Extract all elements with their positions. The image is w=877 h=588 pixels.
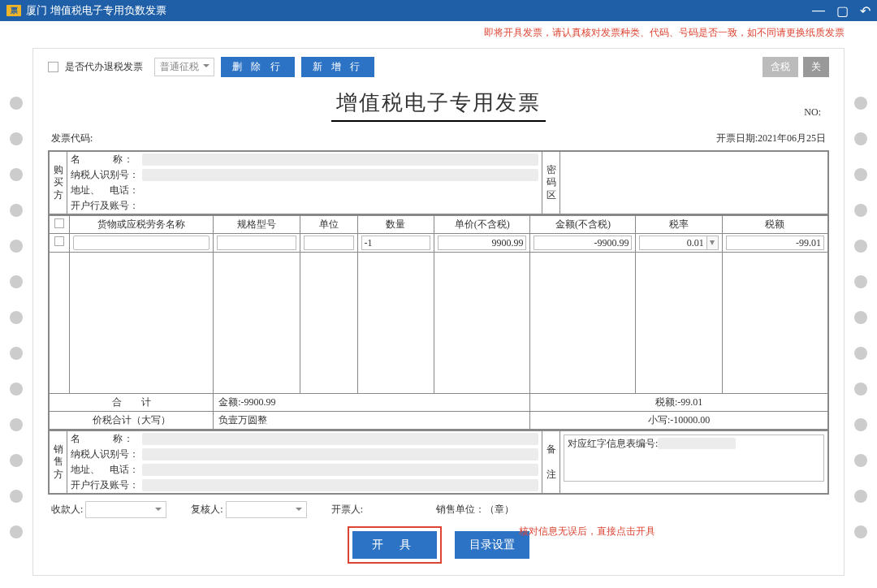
buyer-bank-label: 开户行及账号：: [71, 199, 142, 213]
invoice-paper: 是否代办退税发票 普通征税 删 除 行 新 增 行 含税 关 增值税电子专用发票…: [32, 48, 845, 576]
seller-bank-label: 开户行及账号：: [71, 478, 142, 492]
col-spec: 规格型号: [214, 216, 300, 234]
item-unit-input[interactable]: [304, 236, 354, 250]
item-name-input[interactable]: [73, 236, 210, 250]
issue-hint: 核对信息无误后，直接点击开具: [519, 525, 655, 538]
seller-stamp-label: 销售单位：（章）: [436, 503, 514, 517]
buyer-name-value[interactable]: [142, 153, 538, 166]
item-price-input[interactable]: 9900.99: [438, 236, 526, 250]
col-amount: 金额(不含税): [530, 216, 636, 234]
titlebar: 票 厦门 增值税电子专用负数发票 — ▢ ↶: [0, 0, 877, 21]
add-row-button[interactable]: 新 增 行: [301, 57, 375, 77]
item-tax-input[interactable]: -99.01: [726, 236, 824, 250]
item-qty-input[interactable]: -1: [361, 236, 431, 250]
buyer-taxid-value[interactable]: [142, 169, 538, 181]
payee-label: 收款人:: [51, 504, 83, 515]
tax-inclusive-button[interactable]: 含税: [763, 57, 798, 77]
seller-name-value[interactable]: [142, 433, 538, 445]
item-amount-input[interactable]: -9900.99: [534, 236, 632, 250]
item-row: -1 9900.99 -9900.99 0.01▾ -99.01: [50, 234, 828, 253]
buyer-section-label: 购买方: [50, 152, 67, 214]
issue-button[interactable]: 开 具: [352, 531, 437, 559]
rate-dropdown-icon[interactable]: ▾: [707, 236, 719, 250]
payee-select[interactable]: [85, 501, 166, 518]
seller-bank-value[interactable]: [142, 479, 538, 491]
select-all-checkbox[interactable]: [54, 218, 64, 228]
close-button[interactable]: 关: [803, 57, 829, 77]
app-window: 票 厦门 增值税电子专用负数发票 — ▢ ↶ 即将开具发票，请认真核对发票种类、…: [0, 0, 877, 588]
warning-banner: 即将开具发票，请认真核对发票种类、代码、号码是否一致，如不同请更换纸质发票: [0, 21, 877, 45]
minimize-icon[interactable]: —: [812, 3, 825, 19]
invoice-title: 增值税电子专用发票: [331, 89, 546, 122]
col-rate: 税率: [636, 216, 722, 234]
seller-section-label: 销售方: [50, 431, 67, 494]
item-rate-input[interactable]: 0.01: [639, 236, 706, 250]
invoice-date: 开票日期:2021年06月25日: [716, 132, 826, 145]
col-qty: 数量: [357, 216, 434, 234]
buyer-addr-value[interactable]: [142, 184, 538, 197]
col-name: 货物或应税劳务名称: [69, 216, 213, 234]
items-table: 货物或应税劳务名称 规格型号 单位 数量 单价(不含税) 金额(不含税) 税率 …: [48, 215, 829, 430]
password-section-label: 密码区: [542, 152, 560, 214]
note-textarea[interactable]: 对应红字信息表编号:: [564, 435, 824, 482]
invoice-code: 发票代码:: [51, 132, 93, 145]
total-cn-row: 价税合计（大写） 负壹万圆整 小写:-10000.00: [50, 412, 828, 430]
agent-refund-checkbox[interactable]: [48, 62, 58, 72]
signers-row: 收款人: 复核人: 开票人: 销售单位：（章）: [48, 495, 829, 518]
tax-mode-select[interactable]: 普通征税: [154, 58, 214, 76]
row-checkbox[interactable]: [54, 236, 64, 246]
item-spec-input[interactable]: [217, 236, 296, 250]
buyer-bank-value[interactable]: [142, 200, 538, 212]
seller-addr-value[interactable]: [142, 464, 538, 476]
buyer-name-label: 名 称：: [71, 153, 142, 166]
agent-refund-label: 是否代办退税发票: [65, 60, 143, 74]
seller-taxid-label: 纳税人识别号：: [71, 447, 142, 461]
col-unit: 单位: [300, 216, 357, 234]
perforation-left: [10, 97, 23, 538]
action-row: 核对信息无误后，直接点击开具 开 具 目录设置: [48, 526, 829, 564]
seller-taxid-value[interactable]: [142, 448, 538, 460]
reviewer-select[interactable]: [226, 501, 307, 518]
seller-block: 销售方 名 称： 纳税人识别号： 地址、 电话： 开户行及账号： 备注 对应红字…: [48, 430, 829, 495]
drawer-label: 开票人:: [331, 504, 363, 515]
perforation-right: [854, 97, 867, 538]
buyer-taxid-label: 纳税人识别号：: [71, 168, 142, 182]
col-price: 单价(不含税): [434, 216, 530, 234]
delete-row-button[interactable]: 删 除 行: [221, 57, 295, 77]
seller-name-label: 名 称：: [71, 432, 142, 446]
sum-row: 合 计 金额:-9900.99 税额:-99.01: [50, 394, 828, 412]
back-icon[interactable]: ↶: [860, 3, 871, 19]
buyer-addr-label: 地址、 电话：: [71, 184, 142, 197]
toolbar: 是否代办退税发票 普通征税 删 除 行 新 增 行 含税 关: [48, 57, 829, 77]
seller-addr-label: 地址、 电话：: [71, 463, 142, 477]
maximize-icon[interactable]: ▢: [836, 3, 849, 19]
password-area: [560, 152, 828, 214]
issue-highlight-box: 开 具: [348, 526, 442, 564]
col-tax: 税额: [722, 216, 827, 234]
window-title: 厦门 增值税电子专用负数发票: [26, 3, 166, 18]
note-section-label: 备注: [542, 431, 560, 494]
reviewer-label: 复核人:: [191, 504, 222, 515]
invoice-number: NO:: [804, 106, 821, 119]
app-logo-icon: 票: [6, 5, 21, 16]
buyer-block: 购买方 名 称： 纳税人识别号： 地址、 电话： 开户行及账号： 密码区: [48, 150, 829, 215]
